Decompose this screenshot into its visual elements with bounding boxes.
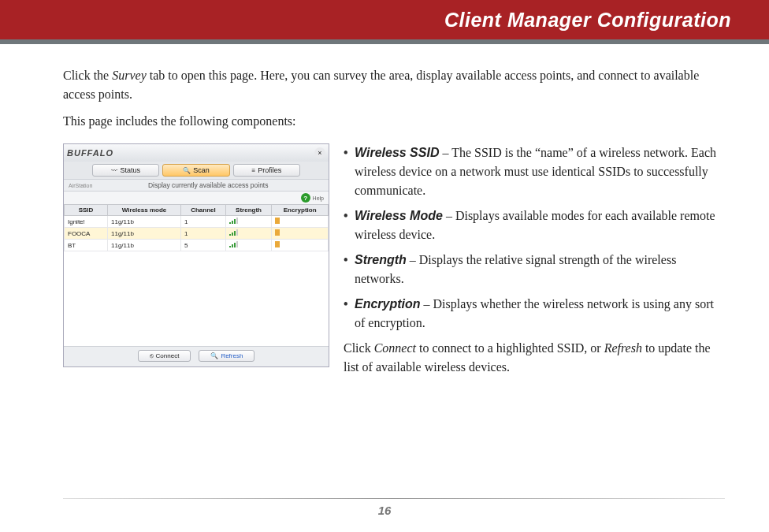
link-icon: ⎋ [150, 352, 154, 359]
subtitle-bar: AirStation Display currently available a… [64, 179, 329, 192]
page-title: Client Manager Configuration [444, 9, 731, 32]
tab-profiles[interactable]: ≡Profiles [233, 164, 300, 177]
col-ssid: SSID [65, 205, 108, 216]
signal-icon [229, 241, 238, 247]
col-mode: Wireless mode [108, 205, 181, 216]
help-icon[interactable]: ? [301, 193, 310, 203]
lock-icon [275, 229, 280, 236]
help-label: Help [313, 195, 324, 201]
header-bar: Client Manager Configuration [0, 0, 769, 44]
definitions-column: Wireless SSID – The SSID is the “name” o… [344, 143, 725, 377]
subtitle-text: Display currently available access point… [92, 181, 324, 189]
page-number: 16 [378, 504, 392, 517]
content-row: BUFFALO × 〰Status 🔍Scan ≡Profiles AirSta… [63, 143, 725, 377]
def-wireless-ssid: Wireless SSID – The SSID is the “name” o… [344, 143, 725, 200]
app-titlebar: BUFFALO × [64, 144, 329, 162]
signal-icon [229, 229, 238, 236]
page-footer: 16 [0, 498, 769, 518]
close-icon[interactable]: × [314, 147, 325, 158]
col-encryption: Encryption [272, 205, 329, 216]
col-strength: Strength [225, 205, 272, 216]
refresh-button[interactable]: 🔍Refresh [199, 350, 254, 362]
button-row: ⎋Connect 🔍Refresh [64, 346, 329, 366]
connect-button[interactable]: ⎋Connect [138, 350, 191, 362]
tab-status[interactable]: 〰Status [92, 164, 159, 177]
def-strength: Strength – Displays the relative signal … [344, 251, 725, 288]
col-channel: Channel [181, 205, 226, 216]
tab-scan[interactable]: 🔍Scan [162, 164, 229, 177]
tab-strip: 〰Status 🔍Scan ≡Profiles [64, 162, 329, 179]
def-encryption: Encryption – Displays whether the wirele… [344, 295, 725, 333]
search-icon: 🔍 [210, 352, 218, 359]
airstation-tag: AirStation [69, 183, 92, 188]
page-body: Click the Survey tab to open this page. … [0, 44, 769, 377]
embedded-screenshot: BUFFALO × 〰Status 🔍Scan ≡Profiles AirSta… [63, 143, 329, 367]
lock-icon [275, 218, 280, 224]
intro-paragraph: Click the Survey tab to open this page. … [63, 66, 709, 104]
signal-icon [229, 218, 238, 224]
table-header-row: SSID Wireless mode Channel Strength Encr… [65, 205, 329, 216]
definitions-list: Wireless SSID – The SSID is the “name” o… [344, 143, 725, 333]
help-row: ? Help [64, 192, 329, 204]
components-paragraph: This page includes the following compone… [63, 112, 709, 131]
lock-icon [275, 241, 280, 247]
brand-logo: BUFFALO [67, 148, 113, 158]
table-row[interactable]: BT 11g/11b 5 [65, 240, 329, 251]
closing-paragraph: Click Connect to connect to a highlighte… [344, 339, 725, 377]
footer-rule [63, 498, 725, 499]
table-row[interactable]: FOOCA 11g/11b 1 [65, 228, 329, 240]
list-icon: ≡ [251, 167, 255, 174]
networks-table: SSID Wireless mode Channel Strength Encr… [64, 204, 329, 251]
def-wireless-mode: Wireless Mode – Displays available modes… [344, 206, 725, 244]
empty-area [64, 251, 329, 346]
table-row[interactable]: Ignite! 11g/11b 1 [65, 216, 329, 228]
status-icon: 〰 [111, 167, 117, 174]
search-icon: 🔍 [183, 167, 191, 174]
